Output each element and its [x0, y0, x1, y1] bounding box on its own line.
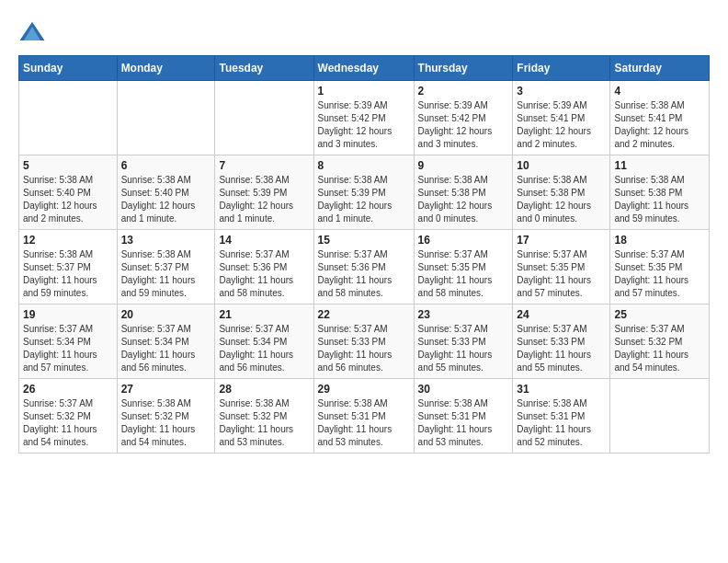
day-number: 2	[418, 85, 509, 98]
calendar-cell: 29Sunrise: 5:38 AMSunset: 5:31 PMDayligh…	[313, 379, 414, 454]
calendar-cell: 22Sunrise: 5:37 AMSunset: 5:33 PMDayligh…	[313, 304, 414, 379]
calendar-cell: 19Sunrise: 5:37 AMSunset: 5:34 PMDayligh…	[19, 304, 118, 379]
day-info: Sunset: 5:35 PM	[418, 261, 509, 274]
day-info: Sunset: 5:42 PM	[318, 112, 410, 125]
day-info: Sunrise: 5:38 AM	[517, 397, 606, 410]
calendar-cell: 25Sunrise: 5:37 AMSunset: 5:32 PMDayligh…	[610, 304, 710, 379]
day-info: Daylight: 11 hours and 53 minutes.	[318, 423, 410, 449]
day-info: Sunrise: 5:37 AM	[614, 323, 705, 336]
day-info: Sunrise: 5:38 AM	[614, 99, 705, 112]
calendar-cell	[117, 81, 215, 155]
day-info: Sunset: 5:31 PM	[418, 410, 509, 423]
calendar-cell: 24Sunrise: 5:37 AMSunset: 5:33 PMDayligh…	[513, 304, 610, 379]
day-info: Sunrise: 5:37 AM	[219, 323, 309, 336]
day-number: 9	[418, 159, 509, 172]
day-info: Sunrise: 5:37 AM	[318, 323, 410, 336]
day-info: Sunrise: 5:38 AM	[219, 174, 309, 187]
day-info: Sunrise: 5:37 AM	[418, 323, 509, 336]
day-number: 20	[121, 308, 211, 321]
day-info: Sunrise: 5:38 AM	[219, 397, 309, 410]
day-info: Sunset: 5:38 PM	[614, 187, 705, 200]
calendar-cell: 28Sunrise: 5:38 AMSunset: 5:32 PMDayligh…	[215, 379, 313, 454]
calendar-cell: 6Sunrise: 5:38 AMSunset: 5:40 PMDaylight…	[117, 155, 215, 230]
day-number: 6	[121, 159, 211, 172]
day-info: Daylight: 11 hours and 56 minutes.	[219, 349, 309, 374]
day-info: Daylight: 11 hours and 57 minutes.	[23, 349, 113, 374]
day-number: 7	[219, 159, 309, 172]
day-number: 5	[23, 159, 113, 172]
day-info: Sunrise: 5:38 AM	[23, 248, 113, 261]
day-info: Sunset: 5:32 PM	[614, 336, 705, 349]
calendar-cell: 1Sunrise: 5:39 AMSunset: 5:42 PMDaylight…	[313, 81, 414, 155]
day-info: Sunrise: 5:37 AM	[219, 248, 309, 261]
logo-icon	[18, 18, 46, 46]
day-info: Daylight: 12 hours and 3 minutes.	[418, 125, 509, 151]
calendar-cell: 13Sunrise: 5:38 AMSunset: 5:37 PMDayligh…	[117, 230, 215, 304]
day-info: Sunset: 5:37 PM	[23, 261, 113, 274]
day-info: Sunset: 5:38 PM	[418, 187, 509, 200]
day-info: Daylight: 11 hours and 58 minutes.	[219, 274, 309, 300]
day-info: Sunrise: 5:38 AM	[418, 174, 509, 187]
calendar-cell: 23Sunrise: 5:37 AMSunset: 5:33 PMDayligh…	[414, 304, 513, 379]
day-info: Sunrise: 5:37 AM	[614, 248, 705, 261]
calendar-cell: 12Sunrise: 5:38 AMSunset: 5:37 PMDayligh…	[19, 230, 118, 304]
day-info: Sunrise: 5:39 AM	[318, 99, 410, 112]
day-info: Sunset: 5:39 PM	[318, 187, 410, 200]
day-info: Daylight: 11 hours and 52 minutes.	[517, 423, 606, 449]
day-number: 30	[418, 383, 509, 396]
day-info: Sunrise: 5:39 AM	[418, 99, 509, 112]
day-info: Sunset: 5:33 PM	[517, 336, 606, 349]
day-info: Sunrise: 5:38 AM	[517, 174, 606, 187]
weekday-header: Saturday	[610, 56, 710, 81]
day-info: Daylight: 11 hours and 55 minutes.	[418, 349, 509, 374]
day-info: Daylight: 12 hours and 1 minute.	[318, 200, 410, 225]
calendar-cell: 15Sunrise: 5:37 AMSunset: 5:36 PMDayligh…	[313, 230, 414, 304]
calendar-cell: 5Sunrise: 5:38 AMSunset: 5:40 PMDaylight…	[19, 155, 118, 230]
day-info: Daylight: 11 hours and 54 minutes.	[614, 349, 705, 374]
day-number: 31	[517, 383, 606, 396]
day-info: Sunrise: 5:37 AM	[121, 323, 211, 336]
day-info: Sunrise: 5:37 AM	[517, 323, 606, 336]
day-info: Sunset: 5:36 PM	[318, 261, 410, 274]
day-info: Sunset: 5:41 PM	[517, 112, 606, 125]
day-info: Sunset: 5:35 PM	[614, 261, 705, 274]
weekday-header: Monday	[117, 56, 215, 81]
day-info: Sunset: 5:32 PM	[219, 410, 309, 423]
day-info: Sunset: 5:35 PM	[517, 261, 606, 274]
day-number: 25	[614, 308, 705, 321]
day-info: Sunset: 5:39 PM	[219, 187, 309, 200]
day-number: 8	[318, 159, 410, 172]
day-number: 23	[418, 308, 509, 321]
day-info: Sunrise: 5:37 AM	[517, 248, 606, 261]
day-number: 19	[23, 308, 113, 321]
day-info: Daylight: 11 hours and 58 minutes.	[418, 274, 509, 300]
calendar-cell: 7Sunrise: 5:38 AMSunset: 5:39 PMDaylight…	[215, 155, 313, 230]
calendar-cell	[610, 379, 710, 454]
calendar-cell: 21Sunrise: 5:37 AMSunset: 5:34 PMDayligh…	[215, 304, 313, 379]
day-info: Sunset: 5:41 PM	[614, 112, 705, 125]
calendar-cell: 27Sunrise: 5:38 AMSunset: 5:32 PMDayligh…	[117, 379, 215, 454]
day-number: 27	[121, 383, 211, 396]
day-info: Sunset: 5:32 PM	[121, 410, 211, 423]
day-info: Daylight: 11 hours and 59 minutes.	[23, 274, 113, 300]
weekday-header: Tuesday	[215, 56, 313, 81]
day-info: Sunset: 5:31 PM	[318, 410, 410, 423]
day-info: Daylight: 12 hours and 0 minutes.	[418, 200, 509, 225]
day-info: Sunrise: 5:38 AM	[318, 174, 410, 187]
day-info: Sunset: 5:40 PM	[121, 187, 211, 200]
calendar-cell: 8Sunrise: 5:38 AMSunset: 5:39 PMDaylight…	[313, 155, 414, 230]
calendar-cell: 20Sunrise: 5:37 AMSunset: 5:34 PMDayligh…	[117, 304, 215, 379]
day-info: Sunrise: 5:37 AM	[23, 323, 113, 336]
calendar-cell: 14Sunrise: 5:37 AMSunset: 5:36 PMDayligh…	[215, 230, 313, 304]
day-info: Daylight: 12 hours and 3 minutes.	[318, 125, 410, 151]
calendar-table: SundayMondayTuesdayWednesdayThursdayFrid…	[18, 55, 710, 454]
day-info: Daylight: 11 hours and 59 minutes.	[614, 200, 705, 225]
day-number: 11	[614, 159, 705, 172]
weekday-header: Friday	[513, 56, 610, 81]
calendar-cell	[19, 81, 118, 155]
calendar-header-row: SundayMondayTuesdayWednesdayThursdayFrid…	[19, 56, 710, 81]
day-info: Daylight: 12 hours and 1 minute.	[219, 200, 309, 225]
day-number: 13	[121, 234, 211, 247]
calendar-cell: 11Sunrise: 5:38 AMSunset: 5:38 PMDayligh…	[610, 155, 710, 230]
day-number: 15	[318, 234, 410, 247]
